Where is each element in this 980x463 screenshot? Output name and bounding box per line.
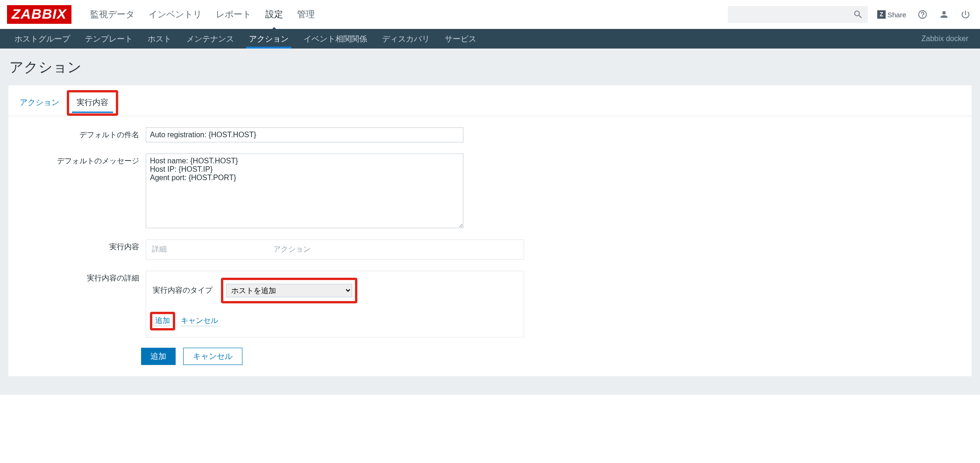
subnav-host-groups[interactable]: ホストグループ xyxy=(7,29,78,49)
operations-table: 詳細 アクション xyxy=(146,239,524,260)
button-add[interactable]: 追加 xyxy=(141,348,176,365)
share-link[interactable]: Z Share xyxy=(877,10,906,19)
config-subnav: ホストグループ テンプレート ホスト メンテナンス アクション イベント相関関係… xyxy=(0,29,980,49)
operations-col-details: 詳細 xyxy=(146,240,268,259)
page-area: アクション アクション 実行内容 デフォルトの件名 デフォルトのメッセージ 実行… xyxy=(0,49,980,395)
subnav-templates[interactable]: テンプレート xyxy=(78,29,140,49)
search-icon xyxy=(853,9,863,20)
operation-detail-actions: 追加 キャンセル xyxy=(150,312,520,330)
highlight-add-link: 追加 xyxy=(150,312,175,330)
subnav-maintenance[interactable]: メンテナンス xyxy=(179,29,241,49)
highlight-operations-tab: 実行内容 xyxy=(67,90,118,116)
share-label-text: Share xyxy=(888,11,906,19)
label-operations: 実行内容 xyxy=(20,239,139,252)
main-menu-configuration[interactable]: 設定 xyxy=(258,0,290,29)
form-tabs: アクション 実行内容 xyxy=(8,85,972,116)
global-search[interactable] xyxy=(728,6,868,23)
server-name: Zabbix docker xyxy=(917,29,973,49)
subnav-actions[interactable]: アクション xyxy=(241,29,296,49)
user-icon[interactable] xyxy=(939,9,949,20)
global-header: ZABBIX 監視データ インベントリ レポート 設定 管理 Z Share xyxy=(0,0,980,29)
operations-table-header: 詳細 アクション xyxy=(146,240,524,259)
operations-form: デフォルトの件名 デフォルトのメッセージ 実行内容 詳細 アクション 実行内容の… xyxy=(8,116,972,341)
subnav-services[interactable]: サービス xyxy=(437,29,484,49)
textarea-default-message[interactable] xyxy=(146,154,463,228)
share-badge-icon: Z xyxy=(877,10,886,19)
main-menu-inventory[interactable]: インベントリ xyxy=(142,0,209,29)
operation-type-row: 実行内容のタイプ ホストを追加 xyxy=(150,278,520,303)
input-default-subject[interactable] xyxy=(146,127,463,142)
link-add-operation[interactable]: 追加 xyxy=(155,316,170,326)
power-icon[interactable] xyxy=(960,9,971,20)
operation-details-box: 実行内容のタイプ ホストを追加 追加 キャンセル xyxy=(146,271,524,337)
label-operation-type: 実行内容のタイプ xyxy=(153,286,213,295)
action-form-panel: アクション 実行内容 デフォルトの件名 デフォルトのメッセージ 実行内容 詳細 … xyxy=(8,85,972,376)
label-default-subject: デフォルトの件名 xyxy=(20,127,139,140)
main-menu: 監視データ インベントリ レポート 設定 管理 xyxy=(83,0,322,29)
operations-col-action: アクション xyxy=(268,240,524,259)
label-operation-details: 実行内容の詳細 xyxy=(20,271,139,283)
tab-operations[interactable]: 実行内容 xyxy=(70,93,115,112)
top-right-icons: Z Share xyxy=(877,9,971,20)
highlight-operation-type: ホストを追加 xyxy=(221,278,357,303)
subnav-discovery[interactable]: ディスカバリ xyxy=(375,29,437,49)
page-title: アクション xyxy=(0,49,980,85)
select-operation-type[interactable]: ホストを追加 xyxy=(226,284,352,297)
link-cancel-operation[interactable]: キャンセル xyxy=(181,316,218,326)
label-default-message: デフォルトのメッセージ xyxy=(20,154,139,166)
main-menu-administration[interactable]: 管理 xyxy=(290,0,322,29)
tab-action[interactable]: アクション xyxy=(13,93,66,112)
subnav-event-correlation[interactable]: イベント相関関係 xyxy=(296,29,375,49)
main-menu-monitoring[interactable]: 監視データ xyxy=(83,0,142,29)
logo[interactable]: ZABBIX xyxy=(7,5,71,24)
subnav-hosts[interactable]: ホスト xyxy=(140,29,179,49)
form-footer-buttons: 追加 キャンセル xyxy=(8,341,972,376)
help-icon[interactable] xyxy=(917,9,928,20)
button-cancel[interactable]: キャンセル xyxy=(183,348,242,365)
main-menu-reports[interactable]: レポート xyxy=(209,0,258,29)
